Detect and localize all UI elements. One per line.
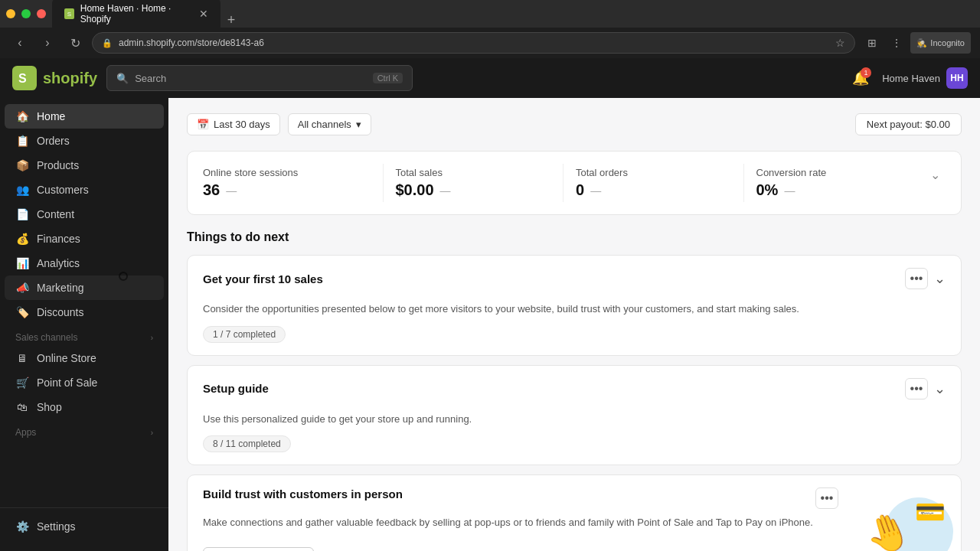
- sidebar-item-orders[interactable]: 📋 Orders: [5, 129, 164, 153]
- sales-value: $0.00 —: [396, 181, 551, 199]
- address-bar[interactable]: 🔒 admin.shopify.com/store/de8143-a6 ☆: [92, 32, 855, 54]
- orders-label: Total orders: [576, 167, 731, 178]
- task-card-header-setup: Setup guide ••• ⌄: [188, 366, 961, 412]
- calendar-icon: 📅: [197, 119, 209, 130]
- online-store-icon: 🖥: [15, 351, 29, 365]
- sidebar-item-shop[interactable]: 🛍 Shop: [5, 395, 164, 419]
- conversion-value: 0% —: [756, 181, 913, 199]
- task3-title: Build trust with customers in person: [203, 487, 815, 500]
- sidebar-item-settings[interactable]: ⚙️ Settings: [5, 514, 164, 539]
- things-to-do-title: Things to do next: [187, 230, 962, 244]
- search-bar[interactable]: 🔍 Search Ctrl K: [106, 65, 413, 91]
- sidebar-item-customers[interactable]: 👥 Customers: [5, 178, 164, 202]
- setup-pos-btn[interactable]: Set up Point of Sale: [203, 547, 314, 552]
- app-layout: S shopify 🔍 Search Ctrl K 🔔 1 Home Haven…: [0, 58, 980, 551]
- active-tab[interactable]: S Home Haven · Home · Shopify ✕: [52, 0, 220, 29]
- task1-body: Consider the opportunities presented bel…: [188, 302, 961, 355]
- tab-close-btn[interactable]: ✕: [199, 8, 208, 20]
- search-placeholder: Search: [135, 73, 166, 84]
- store-avatar: HH: [946, 67, 968, 89]
- task2-actions: ••• ⌄: [905, 378, 946, 399]
- sidebar-bottom: ⚙️ Settings: [0, 507, 168, 545]
- sidebar-item-pos[interactable]: 🛒 Point of Sale: [5, 370, 164, 395]
- task1-title: Get your first 10 sales: [203, 272, 905, 285]
- tab-title: Home Haven · Home · Shopify: [80, 3, 193, 24]
- sales-channels-section: Sales channels ›: [0, 324, 168, 346]
- task1-more-btn[interactable]: •••: [905, 268, 928, 289]
- sidebar-item-home[interactable]: 🏠 Home: [5, 104, 164, 129]
- sidebar-item-discounts[interactable]: 🏷️ Discounts: [5, 300, 164, 324]
- task2-expand-btn[interactable]: ⌄: [934, 380, 946, 397]
- extensions-btn[interactable]: ⊞: [861, 32, 883, 54]
- sessions-dash: —: [226, 184, 237, 197]
- task2-title: Setup guide: [203, 382, 905, 395]
- sidebar-item-label: Point of Sale: [37, 377, 97, 389]
- orders-icon: 📋: [15, 134, 29, 148]
- stats-expand-btn[interactable]: ⌄: [924, 164, 946, 185]
- main-content: 📅 Last 30 days All channels ▾ Next payou…: [168, 98, 980, 551]
- payout-btn[interactable]: Next payout: $0.00: [855, 113, 962, 135]
- shop-icon: 🛍: [15, 400, 29, 414]
- sidebar-item-label: Analytics: [37, 257, 80, 269]
- discounts-icon: 🏷️: [15, 305, 29, 319]
- minimize-btn[interactable]: [6, 9, 15, 18]
- pos-icon: 🛒: [15, 376, 29, 390]
- filter-row: 📅 Last 30 days All channels ▾ Next payou…: [187, 113, 962, 135]
- sidebar-item-content[interactable]: 📄 Content: [5, 202, 164, 227]
- finances-icon: 💰: [15, 232, 29, 246]
- content-icon: 📄: [15, 207, 29, 221]
- incognito-label: Incognito: [930, 38, 965, 47]
- channel-label: All channels: [298, 119, 351, 130]
- new-tab-btn[interactable]: +: [222, 11, 240, 29]
- stat-sales: Total sales $0.00 —: [384, 164, 564, 202]
- maximize-btn[interactable]: [21, 9, 31, 18]
- notification-btn[interactable]: 🔔 1: [848, 66, 873, 90]
- task3-more-btn[interactable]: •••: [815, 487, 838, 509]
- date-range-label: Last 30 days: [214, 119, 270, 130]
- store-selector[interactable]: Home Haven HH: [882, 67, 968, 89]
- sales-channels-arrow[interactable]: ›: [151, 334, 153, 342]
- task-card-sales: Get your first 10 sales ••• ⌄ Consider t…: [187, 255, 962, 356]
- shopify-logo: S shopify: [12, 66, 97, 90]
- store-name: Home Haven: [882, 73, 940, 84]
- stats-grid: Online store sessions 36 — Total sales $…: [203, 164, 924, 202]
- topbar-right: 🔔 1 Home Haven HH: [848, 66, 968, 90]
- browser-actions: ⊞ ⋮ 🕵 Incognito: [861, 32, 971, 54]
- browser-menu-btn[interactable]: ⋮: [886, 32, 907, 54]
- sidebar-item-label: Marketing: [37, 282, 83, 294]
- svg-text:S: S: [18, 72, 27, 85]
- trust-card-image: 🤚 💳: [854, 475, 961, 551]
- customers-icon: 👥: [15, 183, 29, 197]
- products-icon: 📦: [15, 158, 29, 172]
- task2-description: Use this personalized guide to get your …: [203, 412, 946, 427]
- task2-more-btn[interactable]: •••: [905, 378, 928, 399]
- sidebar-item-marketing[interactable]: 📣 Marketing: [5, 276, 164, 300]
- sidebar-item-online-store[interactable]: 🖥 Online Store: [5, 346, 164, 370]
- back-btn[interactable]: ‹: [9, 32, 31, 54]
- sidebar-item-finances[interactable]: 💰 Finances: [5, 227, 164, 251]
- refresh-btn[interactable]: ↻: [64, 32, 86, 54]
- task3-description: Make connections and gather valuable fee…: [203, 515, 838, 530]
- sessions-value: 36 —: [203, 181, 371, 199]
- sidebar-item-label: Products: [37, 159, 79, 171]
- date-range-btn[interactable]: 📅 Last 30 days: [187, 113, 280, 135]
- sidebar-item-analytics[interactable]: 📊 Analytics: [5, 251, 164, 276]
- incognito-btn[interactable]: 🕵 Incognito: [910, 32, 971, 54]
- apps-label: Apps: [15, 427, 36, 438]
- shopify-logo-icon: S: [12, 66, 37, 90]
- sales-label: Total sales: [396, 167, 551, 178]
- channel-filter-btn[interactable]: All channels ▾: [288, 113, 371, 135]
- stat-sessions: Online store sessions 36 —: [203, 164, 384, 202]
- apps-section: Apps ›: [0, 419, 168, 441]
- sidebar-item-label: Finances: [37, 233, 80, 245]
- close-btn[interactable]: [37, 9, 46, 18]
- forward-btn[interactable]: ›: [37, 32, 58, 54]
- apps-arrow[interactable]: ›: [151, 429, 153, 437]
- task1-badge: 1 / 7 completed: [203, 326, 286, 343]
- task2-badge: 8 / 11 completed: [203, 435, 291, 452]
- task1-expand-btn[interactable]: ⌄: [934, 270, 946, 287]
- home-icon: 🏠: [15, 109, 29, 123]
- conversion-label: Conversion rate: [756, 167, 913, 178]
- sidebar-item-products[interactable]: 📦 Products: [5, 153, 164, 178]
- settings-icon: ⚙️: [15, 520, 29, 533]
